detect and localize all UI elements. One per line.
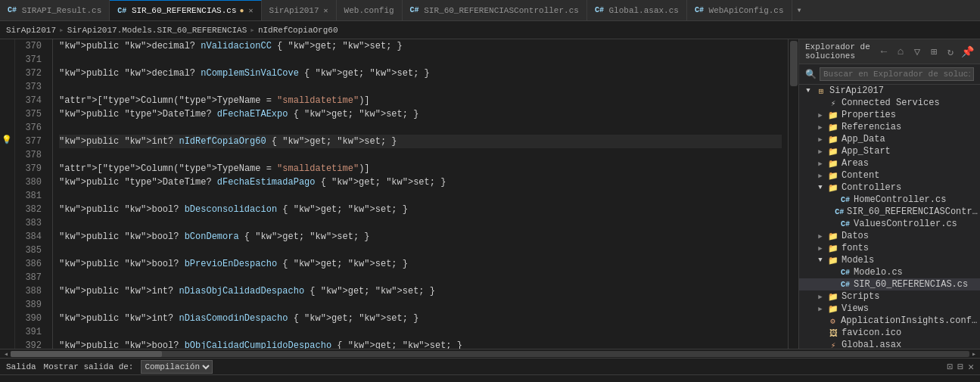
editor-area[interactable]: 💡 37037137237337437537637737837938038138…: [0, 39, 798, 349]
se-btn-pin[interactable]: 📌: [960, 45, 974, 58]
se-item-sir60ctrl[interactable]: C# SIR_60_REFERENCIASControl...: [799, 206, 980, 218]
se-search-input[interactable]: [820, 67, 974, 81]
code-line-372: "kw">public "kw">decimal? nComplemSinVal…: [59, 67, 782, 80]
se-btn-filter[interactable]: ▽: [910, 45, 924, 58]
code-line-376: [59, 121, 782, 135]
arrow-properties[interactable]: ▶: [814, 111, 826, 120]
se-item-datos[interactable]: ▶ 📁 Datos: [799, 230, 980, 242]
se-label-favicon: favicon.ico: [842, 328, 901, 338]
tab-overflow-btn[interactable]: ▾: [792, 5, 807, 16]
se-search-icon: 🔍: [805, 69, 817, 80]
se-label-referencias: Referencias: [842, 122, 901, 132]
arrow-app-data[interactable]: ▶: [814, 135, 826, 144]
tab-sir60refs[interactable]: C# SIR_60_REFERENCIAS.cs ● ✕: [110, 0, 261, 20]
h-scroll-right-btn[interactable]: ▸: [969, 349, 978, 359]
folder-icon-scripts: 📁: [826, 292, 840, 302]
output-close-btn[interactable]: ✕: [968, 361, 974, 373]
cs-icon-homecontroller: C#: [838, 196, 852, 204]
horizontal-scrollbar[interactable]: ◂ ▸: [0, 349, 980, 358]
output-copy-btn[interactable]: ⊡: [947, 361, 954, 373]
se-item-project-root[interactable]: ▼ ⊞ SirApi2017: [799, 85, 980, 97]
output-panel: Salida Mostrar salida de: Compilación ⊡ …: [0, 358, 980, 382]
se-item-connected-services[interactable]: ⚡ Connected Services: [799, 97, 980, 109]
code-line-386: "kw">public "kw">bool? bPrevioEnDespacho…: [59, 257, 782, 271]
folder-icon-referencias: 📁: [826, 123, 840, 132]
se-item-modelo-cs[interactable]: C# Modelo.cs: [799, 266, 980, 278]
line-number-383: 383: [15, 216, 46, 230]
se-label-areas: Areas: [842, 158, 869, 169]
se-btn-home[interactable]: ⌂: [894, 45, 907, 57]
arrow-content[interactable]: ▶: [814, 172, 826, 180]
tab-webapiconfig[interactable]: C# WebApiConfig.cs: [687, 0, 792, 20]
arrow-areas[interactable]: ▶: [814, 160, 826, 168]
tab-label-5: Global.asax.cs: [609, 6, 679, 15]
arrow-fonts[interactable]: ▶: [814, 244, 826, 253]
tab-sirapi-result[interactable]: C# SIRAPI_Result.cs: [0, 0, 110, 20]
output-tab-label[interactable]: Salida: [6, 362, 36, 371]
tab-modified-indicator: ●: [240, 7, 244, 15]
arrow-referencias[interactable]: ▶: [814, 123, 826, 132]
se-toolbar: ← ⌂ ▽ ⊞ ↻ 📌: [877, 45, 974, 58]
scrollbar-thumb[interactable]: [790, 41, 798, 86]
tab-global-asax[interactable]: C# Global.asax.cs: [587, 0, 687, 20]
line-number-371: 371: [15, 53, 46, 67]
se-item-referencias[interactable]: ▶ 📁 Referencias: [799, 121, 980, 133]
se-item-homecontroller[interactable]: C# HomeController.cs: [799, 194, 980, 206]
output-source-select[interactable]: Compilación: [141, 360, 213, 374]
arrow-scripts[interactable]: ▶: [814, 293, 826, 301]
breadcrumb-member[interactable]: nIdRefCopiaOrg60: [258, 26, 338, 35]
arrow-app-start[interactable]: ▶: [814, 148, 826, 156]
code-line-377: "kw">public "kw">int? nIdRefCopiaOrg60 {…: [59, 135, 782, 148]
arrow-controllers[interactable]: ▼: [814, 184, 826, 191]
se-label-properties: Properties: [842, 110, 896, 120]
breadcrumb-model[interactable]: SirApi2017.Models.SIR_60_REFERENCIAS: [67, 26, 247, 35]
se-item-fonts[interactable]: ▶ 📁 fonts: [799, 242, 980, 254]
se-item-sir60refs-cs[interactable]: C# SIR_60_REFERENCIAS.cs: [799, 278, 980, 290]
se-item-views[interactable]: ▶ 📁 Views: [799, 303, 980, 315]
code-line-390: "kw">public "kw">int? nDiasComodinDespac…: [59, 312, 782, 325]
code-content[interactable]: "kw">public "kw">decimal? nValidacionCC …: [53, 39, 788, 349]
breadcrumb-project[interactable]: SirApi2017: [6, 26, 56, 35]
h-scroll-left-btn[interactable]: ◂: [2, 349, 11, 359]
se-tree[interactable]: ▼ ⊞ SirApi2017 ⚡ Connected Services ▶ 📁 …: [799, 85, 980, 349]
se-btn-back[interactable]: ←: [877, 45, 891, 57]
vertical-scrollbar[interactable]: [788, 39, 798, 349]
arrow-models[interactable]: ▼: [814, 256, 826, 264]
se-item-scripts[interactable]: ▶ 📁 Scripts: [799, 290, 980, 303]
arrow-project[interactable]: ▼: [802, 87, 814, 95]
output-show-label: Mostrar salida de:: [44, 362, 134, 371]
se-btn-collapse[interactable]: ⊞: [927, 45, 941, 58]
se-item-appinsights[interactable]: ⚙ ApplicationInsights.config: [799, 315, 980, 327]
cs-icon-modelo-cs: C#: [838, 269, 852, 277]
h-scroll-area[interactable]: [11, 351, 969, 357]
tab-webconfig[interactable]: Web.config: [337, 0, 403, 20]
se-label-models: Models: [842, 255, 874, 266]
se-item-global-asax[interactable]: ⚡ Global.asax: [799, 339, 980, 349]
tab-sir60ctrl[interactable]: C# SIR_60_REFERENCIASController.cs: [403, 0, 587, 20]
se-item-models[interactable]: ▼ 📁 Models: [799, 254, 980, 266]
code-line-370: "kw">public "kw">decimal? nValidacionCC …: [59, 39, 782, 53]
se-item-valuesctrl[interactable]: C# ValuesController.cs: [799, 218, 980, 230]
se-item-areas[interactable]: ▶ 📁 Areas: [799, 157, 980, 169]
se-item-content[interactable]: ▶ 📁 Content: [799, 169, 980, 182]
se-label-sir60refs-cs: SIR_60_REFERENCIAS.cs: [854, 279, 968, 290]
arrow-datos[interactable]: ▶: [814, 232, 826, 241]
se-item-app-start[interactable]: ▶ 📁 App_Start: [799, 145, 980, 157]
output-pin-btn[interactable]: ⊟: [957, 361, 963, 373]
tab-close-btn-2[interactable]: ✕: [324, 6, 328, 15]
se-label-app-start: App_Start: [842, 146, 891, 157]
se-item-app-data[interactable]: ▶ 📁 App_Data: [799, 133, 980, 145]
se-item-favicon[interactable]: 🖼 favicon.ico: [799, 327, 980, 339]
folder-icon-datos: 📁: [826, 231, 840, 241]
se-btn-refresh[interactable]: ↻: [944, 45, 957, 58]
tab-close-btn-1[interactable]: ✕: [249, 6, 254, 15]
code-line-375: "kw">public "type">DateTime? dFechaETAEx…: [59, 107, 782, 121]
lightbulb-icon[interactable]: 💡: [2, 135, 12, 144]
code-line-384: "kw">public "kw">bool? bConDemora { "kw"…: [59, 230, 782, 244]
se-item-controllers[interactable]: ▼ 📁 Controllers: [799, 182, 980, 194]
h-scroll-thumb[interactable]: [11, 351, 162, 357]
se-item-properties[interactable]: ▶ 📁 Properties: [799, 109, 980, 121]
arrow-views[interactable]: ▶: [814, 305, 826, 313]
tab-sirapi2017[interactable]: SirApi2017 ✕: [262, 0, 337, 20]
code-line-381: [59, 189, 782, 203]
